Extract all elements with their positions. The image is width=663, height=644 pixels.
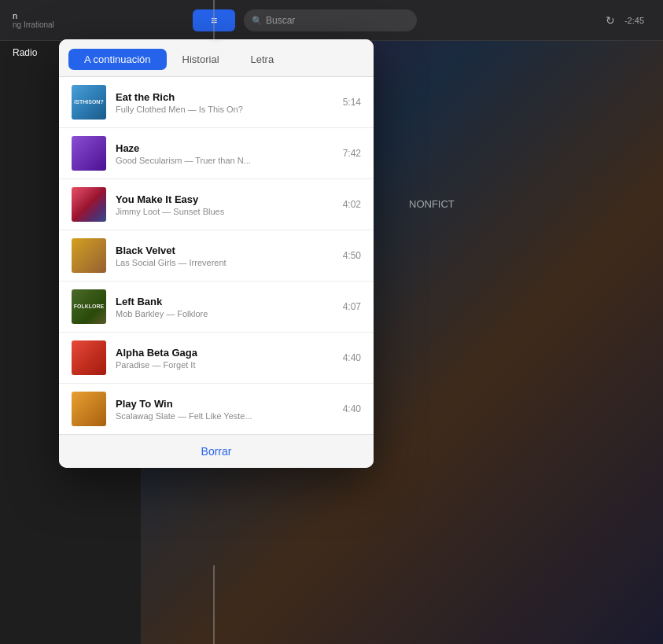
track-duration: 5:14 [343,97,361,108]
track-item[interactable]: FOLKLORELeft BankMob Barkley — Folklore4… [59,282,374,333]
track-meta: Jimmy Loot — Sunset Blues [116,207,333,216]
tabs-container: A continuación Historial Letra [59,39,374,70]
track-artwork [72,392,106,426]
track-artwork [72,340,106,375]
track-artwork: FOLKLORE [72,289,106,324]
track-meta: Paradise — Forget It [116,360,333,370]
track-info: HazeGood Secularism — Truer than N... [116,142,333,165]
track-meta: Scalawag Slate — Felt Like Yeste... [116,411,333,421]
track-name: You Make It Easy [116,193,333,205]
track-info: Black VelvetLas Social Girls — Irreveren… [116,245,333,267]
repeat-icon[interactable]: ↻ [606,14,615,27]
track-item[interactable]: You Make It EasyJimmy Loot — Sunset Blue… [59,179,374,230]
indicator-line-top [213,0,215,43]
track-info: Eat the RichFully Clothed Men — Is This … [116,91,333,114]
track-duration: 4:02 [343,199,361,210]
track-item[interactable]: Black VelvetLas Social Girls — Irreveren… [59,230,374,282]
queue-popup: A continuación Historial Letra ISTHISON?… [59,39,374,468]
tab-a-continuacion[interactable]: A continuación [68,49,167,70]
track-duration: 7:42 [343,148,361,159]
track-name: Black Velvet [116,245,333,256]
track-item[interactable]: Play To WinScalawag Slate — Felt Like Ye… [59,384,374,434]
search-bar[interactable]: 🔍 Buscar [244,9,417,31]
track-info: Left BankMob Barkley — Folklore [116,296,333,318]
track-name: Alpha Beta Gaga [116,347,333,359]
track-name: Haze [116,142,333,154]
popup-arrow [208,39,224,40]
track-duration: 4:40 [343,403,361,414]
track-duration: 4:50 [343,250,361,261]
indicator-line-bottom [213,565,215,644]
track-artwork [72,136,106,171]
track-duration: 4:40 [343,352,361,363]
clear-button[interactable]: Borrar [201,445,232,458]
track-info: Alpha Beta GagaParadise — Forget It [116,347,333,370]
track-artwork: ISTHISON? [72,85,106,120]
track-name: Eat the Rich [116,91,333,103]
track-name: Left Bank [116,296,333,307]
track-item[interactable]: ISTHISON?Eat the RichFully Clothed Men —… [59,77,374,128]
track-item[interactable]: Alpha Beta GagaParadise — Forget It4:40 [59,333,374,384]
track-artwork [72,187,106,222]
tab-historial[interactable]: Historial [167,49,235,70]
search-placeholder: Buscar [266,15,295,26]
track-meta: Las Social Girls — Irreverent [116,258,333,267]
clear-button-container: Borrar [59,434,374,468]
track-info: You Make It EasyJimmy Loot — Sunset Blue… [116,193,333,216]
track-artwork [72,238,106,273]
search-icon: 🔍 [252,16,263,26]
track-meta: Mob Barkley — Folklore [116,309,333,318]
track-meta: Fully Clothed Men — Is This On? [116,105,333,114]
track-name: Play To Win [116,398,333,410]
tab-letra[interactable]: Letra [235,49,290,70]
track-item[interactable]: HazeGood Secularism — Truer than N...7:4… [59,128,374,179]
time-remaining: -2:45 [624,16,644,25]
track-list: ISTHISON?Eat the RichFully Clothed Men —… [59,77,374,434]
track-info: Play To WinScalawag Slate — Felt Like Ye… [116,398,333,421]
track-duration: 4:07 [343,301,361,312]
track-meta: Good Secularism — Truer than N... [116,156,333,165]
nonfiction-label: NONFICT [409,198,455,210]
